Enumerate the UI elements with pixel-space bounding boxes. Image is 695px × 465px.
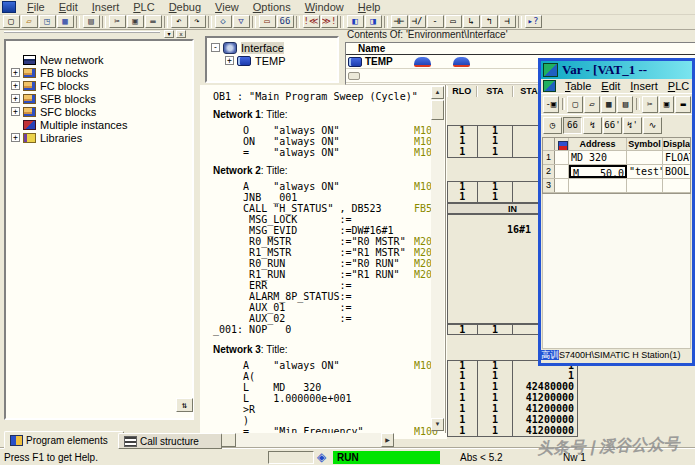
- empty-box-icon[interactable]: ▭: [445, 15, 462, 28]
- vat-column-header-display-f[interactable]: Display f: [663, 138, 690, 150]
- runtime-icon[interactable]: ∿: [643, 117, 662, 134]
- vat-row-1[interactable]: 1MD 320FLOATING_P: [543, 151, 690, 165]
- editor-row[interactable]: CALL "H_STATUS" , DB523FB52IN: [200, 203, 578, 214]
- vat-menu-edit[interactable]: Edit: [596, 80, 625, 92]
- menu-file[interactable]: File: [20, 1, 52, 13]
- dock-close-button[interactable]: x: [176, 30, 186, 38]
- editor-row[interactable]: Network 3: Title:: [200, 344, 578, 355]
- print-icon[interactable]: ▤: [617, 96, 633, 113]
- expander-icon[interactable]: +: [225, 56, 234, 65]
- download-icon[interactable]: ▽: [233, 15, 250, 28]
- menu-edit[interactable]: Edit: [52, 1, 85, 13]
- editor-row[interactable]: AUX_02 :=: [200, 313, 578, 324]
- scroll-down-icon[interactable]: ▼: [431, 418, 444, 431]
- vat-menu-plc[interactable]: PLC: [663, 80, 692, 92]
- interface-node-interface[interactable]: -Interface: [207, 41, 337, 54]
- vat-menu-table[interactable]: Table: [560, 80, 596, 92]
- close-branch-icon[interactable]: ↰: [481, 15, 498, 28]
- tab-call-structure[interactable]: Call structure: [118, 433, 222, 449]
- tree-item-sfb-blocks[interactable]: +SFB blocks: [6, 92, 192, 105]
- expander-icon[interactable]: +: [11, 107, 20, 116]
- tree-item-multiple-instances[interactable]: Multiple instances: [6, 118, 192, 131]
- editor-vertical-scrollbar[interactable]: ▲ ▼: [431, 86, 444, 431]
- editor-row[interactable]: ERR :=: [200, 280, 578, 291]
- save-icon[interactable]: ▦: [57, 15, 74, 28]
- pin-icon[interactable]: -▣: [543, 96, 559, 113]
- contact-no-icon[interactable]: ⊣⊢: [391, 15, 408, 28]
- dock-menu-button[interactable]: ▾: [164, 30, 174, 38]
- editor-row[interactable]: A(111: [200, 371, 578, 382]
- vat-column-header-address[interactable]: Address: [569, 138, 627, 150]
- monitor-icon[interactable]: ▭: [259, 15, 276, 28]
- glasses-icon[interactable]: 66: [277, 15, 294, 28]
- tree-item-new-network[interactable]: New network: [6, 53, 192, 66]
- copy-icon[interactable]: ▣: [659, 96, 675, 113]
- vat-menu-insert[interactable]: Insert: [625, 80, 663, 92]
- menu-help[interactable]: Help: [351, 1, 388, 13]
- menu-debug[interactable]: Debug: [162, 1, 208, 13]
- expander-icon[interactable]: +: [11, 81, 20, 90]
- cut-icon[interactable]: ✂: [109, 15, 126, 28]
- trigger-icon[interactable]: ◷: [543, 117, 562, 134]
- tree-item-sfc-blocks[interactable]: +SFC blocks: [6, 105, 192, 118]
- tree-sort-button[interactable]: ⇅: [176, 398, 193, 412]
- vat-variable-table[interactable]: AddressSymbolDisplay f1MD 320FLOATING_P2…: [542, 137, 691, 194]
- editor-row[interactable]: L MD 3201142480000: [200, 382, 578, 393]
- vat-display-format-cell[interactable]: FLOATING_P: [663, 151, 690, 164]
- editor-row[interactable]: L 1.000000e+0011141200000: [200, 393, 578, 404]
- vat-symbol-cell[interactable]: [627, 179, 663, 192]
- editor-row[interactable]: ON "always ON"M10011: [200, 136, 578, 147]
- vat-symbol-cell[interactable]: [627, 151, 663, 164]
- new-icon[interactable]: ▢: [567, 96, 583, 113]
- tab-program-elements[interactable]: Program elements: [4, 431, 124, 449]
- expander-icon[interactable]: +: [11, 133, 20, 142]
- menu-insert[interactable]: Insert: [85, 1, 127, 13]
- menu-window[interactable]: Window: [298, 1, 351, 13]
- view-overview-icon[interactable]: ◧: [347, 15, 364, 28]
- editor-row[interactable]: Network 1: Title:: [200, 109, 578, 120]
- contact-nc-icon[interactable]: ⊣/: [409, 15, 426, 28]
- goto-next-icon[interactable]: ≫!: [321, 15, 338, 28]
- interface-node-temp[interactable]: +TEMP: [207, 54, 337, 67]
- editor-row[interactable]: A "always ON"M100111: [200, 360, 578, 371]
- goto-prev-icon[interactable]: !≪: [303, 15, 320, 28]
- menu-view[interactable]: View: [208, 1, 246, 13]
- tree-item-libraries[interactable]: +Libraries: [6, 131, 192, 144]
- coil-icon[interactable]: -(): [427, 15, 444, 28]
- editor-row[interactable]: R0_RUN :="R0 RUN"M200: [200, 258, 578, 269]
- paste-icon[interactable]: ▬: [145, 15, 162, 28]
- tree-item-fb-blocks[interactable]: +FB blocks: [6, 66, 192, 79]
- vat-address-cell-selected[interactable]: M50.0: [569, 165, 627, 178]
- modify-once-icon[interactable]: ↯': [623, 117, 642, 134]
- contents-column-header[interactable]: Name: [346, 43, 695, 55]
- expander-icon[interactable]: +: [11, 68, 20, 77]
- expander-icon[interactable]: +: [11, 94, 20, 103]
- vertical-scroll-thumb[interactable]: [431, 100, 444, 120]
- print-icon[interactable]: ▤: [83, 15, 100, 28]
- menu-plc[interactable]: PLC: [126, 1, 161, 13]
- copy-icon[interactable]: ▣: [127, 15, 144, 28]
- editor-row[interactable]: JNB _00111: [200, 192, 578, 203]
- vat-row-3[interactable]: 3: [543, 179, 690, 193]
- stl-code-editor[interactable]: OB1 : "Main Program Sweep (Cycle)"Networ…: [200, 85, 578, 439]
- editor-row[interactable]: O "always ON"M10011: [200, 125, 578, 136]
- menu-options[interactable]: Options: [246, 1, 298, 13]
- vat-address-cell[interactable]: MD 320: [569, 151, 627, 164]
- tree-item-fc-blocks[interactable]: +FC blocks: [6, 79, 192, 92]
- editor-row[interactable]: = "always ON"M10011: [200, 147, 578, 158]
- open-online-icon[interactable]: ◳: [39, 15, 56, 28]
- editor-horizontal-scrollbar[interactable]: ◀ ▶: [198, 433, 394, 447]
- undo-icon[interactable]: ↶: [171, 15, 188, 28]
- editor-row[interactable]: _001: NOP 011: [200, 324, 578, 335]
- scroll-right-icon[interactable]: ▶: [381, 433, 394, 447]
- editor-row[interactable]: R1_RUN :="R1 RUN"M201: [200, 269, 578, 280]
- vat-column-header-symbol[interactable]: Symbol: [627, 138, 663, 150]
- editor-row[interactable]: R1_MSTR :="R1 MSTR"M201: [200, 247, 578, 258]
- open-icon[interactable]: ▱: [21, 15, 38, 28]
- editor-row[interactable]: )1141200000: [200, 415, 578, 426]
- vat-row-2[interactable]: 2M50.0"test"BOOL: [543, 165, 690, 179]
- modify-variable-icon[interactable]: ↯: [583, 117, 602, 134]
- open-branch-icon[interactable]: ↳: [463, 15, 480, 28]
- editor-row[interactable]: >R1141200000: [200, 404, 578, 415]
- editor-row[interactable]: MSG_EVID :=DW#16#116#1: [200, 225, 578, 236]
